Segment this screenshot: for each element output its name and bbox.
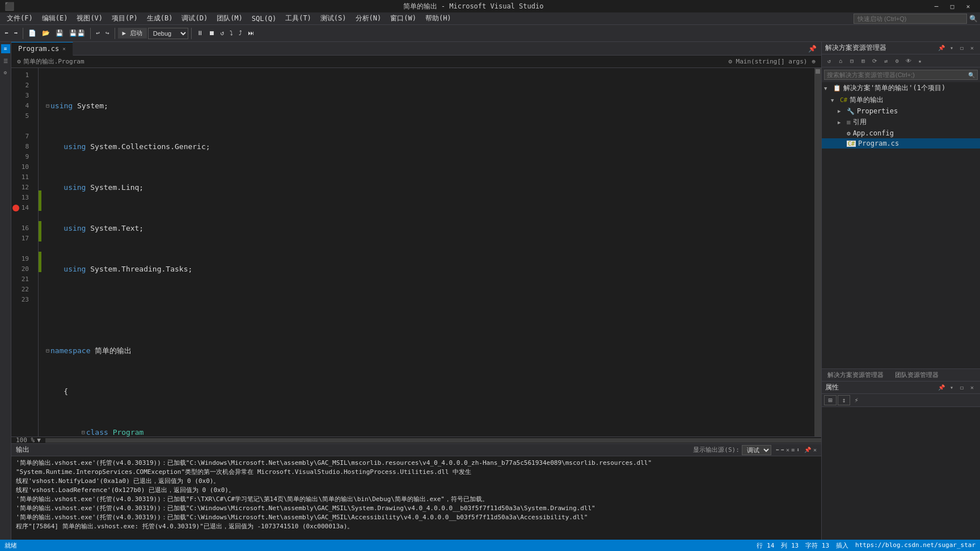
toolbar-extra4[interactable]: ⤵: [227, 28, 235, 38]
toolbar-extra1[interactable]: ⏸: [195, 28, 205, 38]
se-tool-star[interactable]: ★: [915, 56, 925, 66]
ln-21: 21: [11, 274, 33, 285]
toolbar-extra3[interactable]: ↺: [218, 28, 227, 38]
toolbar-forward-btn[interactable]: ➡: [12, 28, 20, 38]
se-solution-root[interactable]: ▼ 📋 解决方案'简单的输出'(1个项目): [822, 82, 980, 94]
code-content[interactable]: ⊟using System; using System.Collections.…: [41, 68, 814, 436]
toolbar-new-btn[interactable]: 📄: [26, 28, 39, 38]
ln-16: 16: [11, 223, 33, 234]
status-right: 行 14 列 13 字符 13 插入 https://blog.csdn.net…: [757, 541, 975, 550]
se-float-btn[interactable]: ◻: [957, 44, 966, 53]
se-close-btn[interactable]: ✕: [968, 44, 977, 53]
output-pin-btn[interactable]: 📌: [804, 447, 811, 453]
prop-dropdown-btn[interactable]: ▾: [947, 383, 956, 392]
code-line-1: ⊟using System;: [41, 101, 814, 111]
menu-build[interactable]: 生成(B): [142, 12, 178, 24]
status-link[interactable]: https://blog.csdn.net/sugar_star: [855, 541, 975, 550]
menu-team[interactable]: 团队(M): [212, 12, 247, 24]
toolbar-extra2[interactable]: ⏹: [206, 28, 217, 38]
se-tool-expand[interactable]: ⊞: [858, 56, 868, 66]
menu-edit[interactable]: 编辑(E): [37, 12, 73, 24]
toolbar-extra6[interactable]: ⏭: [246, 28, 256, 38]
properties-icon: 🔧: [847, 108, 855, 115]
close-btn[interactable]: ✕: [961, 0, 975, 12]
toolbar-extra5[interactable]: ⤴: [236, 28, 244, 38]
prop-page-btn[interactable]: ⚡: [851, 395, 861, 405]
se-tool-filter[interactable]: ⇄: [881, 56, 891, 66]
se-dropdown-btn[interactable]: ▾: [947, 44, 956, 53]
editor-hscrollbar[interactable]: [45, 438, 821, 443]
window-controls: ─ □ ✕: [929, 0, 975, 12]
prop-float-btn[interactable]: ◻: [957, 383, 966, 392]
output-close-btn[interactable]: ✕: [813, 447, 817, 453]
output-line-6: '简单的输出.vshost.exe'(托管(v4.0.30319))：已加载"C…: [16, 504, 817, 513]
output-btn2[interactable]: ➡: [781, 447, 784, 453]
toolbar-save-all-btn[interactable]: 💾💾: [67, 28, 87, 38]
toolbar-redo-btn[interactable]: ↪: [103, 28, 112, 38]
sidebar-pin[interactable]: ≡: [1, 44, 10, 53]
quick-launch-input[interactable]: [854, 14, 967, 24]
se-properties[interactable]: ▶ 🔧 Properties: [822, 106, 980, 116]
breadcrumb-expand[interactable]: ⊕: [812, 58, 816, 65]
se-tool-settings[interactable]: ⚙: [892, 56, 902, 66]
collapse-9[interactable]: ⊟: [82, 427, 85, 436]
code-editor[interactable]: 1 2 3 4 5 7 8 9 10 11 12 13 14 16 17: [11, 68, 821, 436]
se-tab-team[interactable]: 团队资源管理器: [889, 369, 944, 381]
se-tool-collapse[interactable]: ⊟: [847, 56, 857, 66]
se-tool-refresh2[interactable]: ⟳: [869, 56, 880, 66]
sidebar-icon2[interactable]: ☰: [1, 57, 10, 66]
tab-program-cs[interactable]: Program.cs ✕: [11, 42, 73, 56]
output-btn5[interactable]: ⬇: [796, 447, 800, 453]
menu-debug[interactable]: 调试(D): [177, 12, 212, 24]
se-tool-home[interactable]: ⌂: [835, 56, 846, 66]
appconfig-label: App.config: [853, 129, 894, 137]
output-btn1[interactable]: ⬅: [776, 447, 779, 453]
prop-pin-btn[interactable]: 📌: [937, 383, 946, 392]
se-references[interactable]: ▶ ■ 引用: [822, 116, 980, 128]
menu-tools[interactable]: 工具(T): [281, 12, 316, 24]
menu-window[interactable]: 窗口(W): [386, 12, 421, 24]
se-programcs[interactable]: ▶ C# Program.cs: [822, 138, 980, 149]
editor-vscrollbar[interactable]: [814, 68, 821, 436]
menu-sql[interactable]: SQL(Q): [247, 14, 281, 24]
refs-arrow: ▶: [838, 120, 844, 125]
output-btn4[interactable]: ≡: [791, 447, 795, 453]
toolbar-undo-btn[interactable]: ↩: [94, 28, 102, 38]
ln-7: 7: [11, 132, 33, 142]
tab-pin-btn[interactable]: 📌: [804, 45, 821, 53]
output-source-select[interactable]: 调试: [742, 445, 771, 455]
menu-analyze[interactable]: 分析(N): [351, 12, 386, 24]
se-project[interactable]: ▼ C# 简单的输出: [822, 94, 980, 106]
prop-grid-btn[interactable]: ⊞: [824, 395, 837, 405]
se-pin-btn[interactable]: 📌: [937, 44, 946, 53]
menu-project[interactable]: 项目(P): [107, 12, 142, 24]
prop-close-btn[interactable]: ✕: [968, 383, 977, 392]
menu-file[interactable]: 文件(F): [2, 12, 37, 24]
se-search-input[interactable]: [827, 71, 968, 78]
se-tool-preview[interactable]: 👁: [903, 56, 914, 66]
toolbar-back-btn[interactable]: ⬅: [2, 28, 11, 38]
prop-sort-btn[interactable]: ↕: [838, 395, 850, 405]
output-btn3[interactable]: ✕: [786, 447, 789, 453]
ln-14: 14: [11, 203, 33, 213]
menu-test[interactable]: 测试(S): [316, 12, 351, 24]
toolbar-start-btn[interactable]: ▶ 启动: [118, 28, 147, 39]
se-tool-refresh[interactable]: ↺: [824, 56, 834, 66]
maximize-btn[interactable]: □: [945, 0, 960, 12]
scrollbar-thumb[interactable]: [816, 69, 820, 74]
menu-help[interactable]: 帮助(H): [421, 12, 456, 24]
se-tab-solution[interactable]: 解决方案资源管理器: [822, 369, 889, 381]
toolbar-config-dropdown[interactable]: Debug Release: [148, 28, 188, 39]
collapse-7[interactable]: ⊟: [46, 346, 49, 356]
toolbar-open-btn[interactable]: 📂: [40, 28, 52, 38]
menu-view[interactable]: 视图(V): [72, 12, 107, 24]
sidebar-icon3[interactable]: ⚙: [1, 68, 10, 77]
collapse-1[interactable]: ⊟: [46, 101, 49, 111]
toolbar-save-btn[interactable]: 💾: [53, 28, 66, 38]
breakpoint-indicator[interactable]: [12, 205, 19, 211]
se-appconfig[interactable]: ▶ ⚙ App.config: [822, 128, 980, 138]
minimize-btn[interactable]: ─: [929, 0, 944, 12]
search-icon: 🔍: [969, 15, 978, 23]
status-ready: 就绪: [5, 541, 17, 550]
ln-10: 10: [11, 162, 33, 172]
